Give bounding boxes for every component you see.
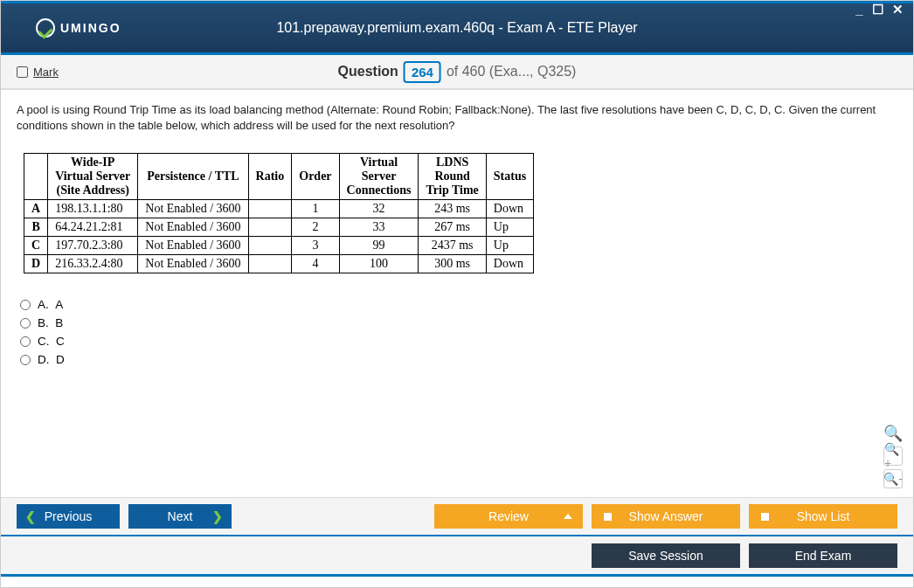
triangle-up-icon <box>564 514 572 519</box>
answer-text: A <box>55 298 63 311</box>
show-list-button[interactable]: Show List <box>749 504 897 529</box>
th-ratio: Ratio <box>248 154 292 200</box>
th-order: Order <box>292 154 339 200</box>
answer-list: A. AB. BC. CD. D <box>20 298 897 366</box>
radio-icon[interactable] <box>20 300 31 310</box>
question-word: Question <box>338 64 398 80</box>
app-title: 101.prepaway.premium.exam.460q - Exam A … <box>276 20 637 36</box>
review-label: Review <box>488 509 529 523</box>
table-row: D216.33.2.4:80Not Enabled / 36004100300 … <box>24 255 534 273</box>
answer-option[interactable]: C. C <box>20 335 897 348</box>
answer-text: D <box>56 353 65 366</box>
logo-check-icon <box>36 18 55 38</box>
previous-label: Previous <box>45 509 92 523</box>
table-row: B64.24.21.2:81Not Enabled / 3600233267 m… <box>24 218 534 237</box>
question-header: Mark Question 264 of 460 (Exa..., Q325) <box>1 55 913 90</box>
save-session-button[interactable]: Save Session <box>592 543 740 568</box>
table-row: A198.13.1.1:80Not Enabled / 3600132243 m… <box>24 200 534 218</box>
answer-option[interactable]: A. A <box>20 298 897 311</box>
radio-icon[interactable] <box>20 336 31 347</box>
th-conn: VirtualServerConnections <box>339 154 419 200</box>
zoom-controls: 🔍 🔍+ 🔍- <box>883 424 903 488</box>
zoom-out-icon[interactable]: 🔍- <box>883 469 903 488</box>
search-icon[interactable]: 🔍 <box>883 424 903 443</box>
th-pers: Persistence / TTL <box>138 154 248 200</box>
th-rtt: LDNSRoundTrip Time <box>419 154 486 200</box>
footer-nav: ❮ Previous Next ❯ Review Show Answer Sho… <box>1 497 913 536</box>
answer-text: C <box>56 335 65 348</box>
chevron-left-icon: ❮ <box>25 509 36 523</box>
previous-button[interactable]: ❮ Previous <box>17 504 120 529</box>
review-button[interactable]: Review <box>434 504 583 529</box>
answer-letter: A. <box>38 298 55 311</box>
radio-icon[interactable] <box>20 318 31 329</box>
square-icon <box>604 513 612 521</box>
answer-option[interactable]: D. D <box>20 353 897 366</box>
data-table: Wide-IPVirtual Server(Site Address) Pers… <box>24 153 534 273</box>
title-bar: _ ☐ ✕ UMINGO 101.prepaway.premium.exam.4… <box>1 1 913 55</box>
next-label: Next <box>168 509 193 523</box>
footer-session: Save Session End Exam <box>1 536 913 577</box>
content-area: A pool is using Round Trip Time as its l… <box>1 90 913 497</box>
show-answer-label: Show Answer <box>629 509 703 523</box>
question-of-text: of 460 (Exa..., Q325) <box>447 64 577 80</box>
logo: UMINGO <box>36 18 121 38</box>
mark-checkbox[interactable] <box>17 66 28 78</box>
next-button[interactable]: Next ❯ <box>128 504 232 529</box>
question-position: Question 264 of 460 (Exa..., Q325) <box>338 61 577 83</box>
show-answer-button[interactable]: Show Answer <box>592 504 740 529</box>
answer-letter: B. <box>38 316 55 329</box>
chevron-right-icon: ❯ <box>212 509 223 523</box>
table-header-row: Wide-IPVirtual Server(Site Address) Pers… <box>24 154 534 200</box>
th-blank <box>24 154 48 200</box>
radio-icon[interactable] <box>20 355 31 365</box>
th-addr: Wide-IPVirtual Server(Site Address) <box>48 154 138 200</box>
answer-letter: C. <box>38 335 56 348</box>
zoom-in-icon[interactable]: 🔍+ <box>883 446 903 466</box>
answer-letter: D. <box>38 353 56 366</box>
th-status: Status <box>486 154 533 200</box>
question-text: A pool is using Round Trip Time as its l… <box>17 102 897 134</box>
mark-label[interactable]: Mark <box>33 66 59 79</box>
answer-option[interactable]: B. B <box>20 316 897 329</box>
square-icon <box>761 513 769 521</box>
show-list-label: Show List <box>797 509 850 523</box>
question-number-box[interactable]: 264 <box>404 61 441 83</box>
end-exam-button[interactable]: End Exam <box>749 543 897 568</box>
logo-text: UMINGO <box>60 21 121 35</box>
window-controls[interactable]: _ ☐ ✕ <box>855 2 906 17</box>
answer-text: B <box>55 316 63 329</box>
table-row: C197.70.2.3:80Not Enabled / 36003992437 … <box>24 237 534 255</box>
